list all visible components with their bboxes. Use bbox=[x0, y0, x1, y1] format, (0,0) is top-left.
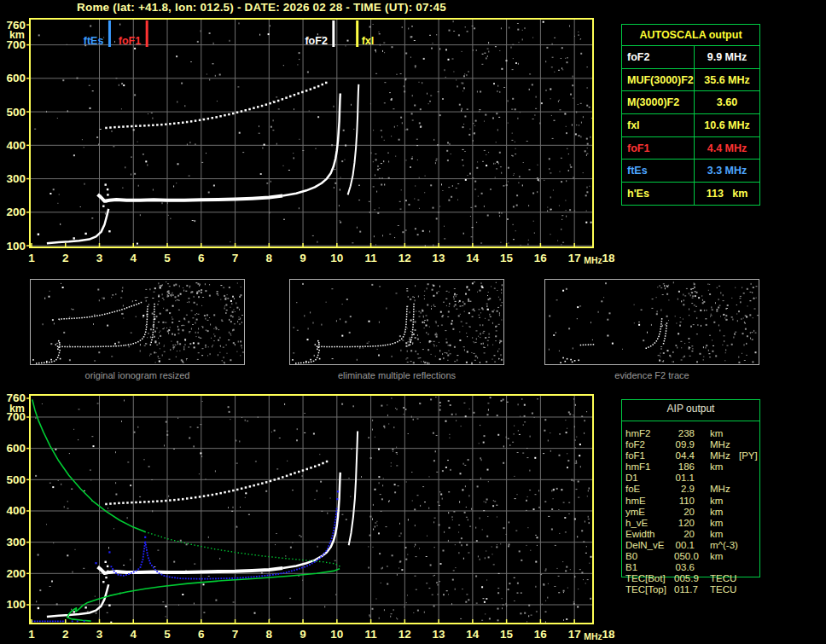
svg-text:13: 13 bbox=[433, 252, 446, 264]
param-value: 9.9 MHz bbox=[694, 46, 759, 68]
thumbnail-plot bbox=[545, 280, 759, 364]
svg-text:12: 12 bbox=[398, 628, 411, 641]
param-value: 005.9 bbox=[674, 573, 695, 584]
param-value: 4.4 MHz bbox=[694, 137, 759, 160]
svg-text:200: 200 bbox=[6, 567, 26, 580]
svg-text:9: 9 bbox=[300, 252, 306, 264]
table-row: M(3000)F2 3.60 bbox=[622, 90, 759, 113]
svg-text:18: 18 bbox=[602, 628, 615, 641]
param-note bbox=[739, 439, 775, 450]
svg-text:14: 14 bbox=[466, 628, 480, 641]
param-label: hmE bbox=[625, 496, 674, 507]
svg-text:ftEs: ftEs bbox=[84, 35, 104, 47]
svg-text:MHz: MHz bbox=[584, 255, 602, 265]
svg-text:300: 300 bbox=[6, 536, 26, 548]
param-note bbox=[739, 562, 775, 573]
param-value: 3.60 bbox=[694, 91, 759, 113]
param-note: [PY] bbox=[739, 450, 775, 461]
svg-text:5: 5 bbox=[164, 252, 171, 264]
svg-text:1: 1 bbox=[28, 628, 35, 641]
param-label: MUF(3000)F2 bbox=[622, 69, 694, 91]
param-unit bbox=[695, 473, 739, 484]
svg-text:6: 6 bbox=[198, 628, 205, 641]
param-label: hmF2 bbox=[625, 428, 674, 439]
svg-text:17: 17 bbox=[568, 252, 581, 264]
param-unit: km bbox=[695, 518, 739, 529]
table-row: foF1 4.4 MHz bbox=[622, 136, 759, 160]
table-row: h'Es 113 km bbox=[622, 182, 759, 205]
thumbnail-plot bbox=[290, 280, 503, 364]
param-label: ymE bbox=[625, 507, 674, 518]
table-row: B103.6 bbox=[625, 562, 775, 573]
svg-text:foF2: foF2 bbox=[305, 35, 327, 47]
param-label: Ewidth bbox=[625, 529, 674, 540]
param-value: 2.9 bbox=[674, 484, 695, 495]
param-unit: km bbox=[695, 461, 739, 473]
svg-text:2: 2 bbox=[62, 252, 69, 264]
svg-text:11: 11 bbox=[364, 628, 377, 641]
svg-text:11: 11 bbox=[364, 252, 377, 264]
param-unit: TECU bbox=[695, 584, 739, 595]
param-label: M(3000)F2 bbox=[622, 91, 694, 113]
param-label: hmF1 bbox=[625, 461, 674, 473]
param-unit: km bbox=[695, 529, 739, 540]
param-unit: TECU bbox=[695, 573, 739, 584]
table-row: ftEs 3.3 MHz bbox=[622, 159, 759, 182]
param-label: foE bbox=[625, 484, 674, 495]
param-note bbox=[739, 496, 775, 507]
param-label: B0 bbox=[625, 551, 674, 562]
svg-text:8: 8 bbox=[266, 628, 273, 641]
svg-text:10: 10 bbox=[330, 628, 343, 641]
param-note bbox=[739, 507, 775, 518]
svg-text:18: 18 bbox=[602, 252, 615, 264]
svg-text:km: km bbox=[9, 403, 25, 415]
param-unit: MHz bbox=[695, 484, 739, 495]
aip-header-divider bbox=[622, 421, 759, 421]
param-unit: km bbox=[695, 507, 739, 518]
param-value: 050.0 bbox=[674, 551, 695, 562]
param-label: D1 bbox=[625, 473, 674, 484]
param-label: foF2 bbox=[622, 46, 694, 68]
param-value: 113 km bbox=[694, 183, 759, 205]
thumbnail-caption: evidence F2 trace bbox=[544, 370, 759, 380]
table-row: fxI 10.6 MHz bbox=[622, 113, 759, 136]
param-unit: km bbox=[695, 428, 739, 439]
table-row: hmE110km bbox=[625, 496, 775, 507]
param-unit bbox=[695, 562, 739, 573]
autoscala-table-title: AUTOSCALA output bbox=[622, 25, 759, 45]
svg-text:3: 3 bbox=[96, 252, 103, 264]
param-unit: MHz bbox=[695, 439, 739, 450]
svg-text:15: 15 bbox=[500, 628, 514, 641]
param-value: 20 bbox=[674, 507, 695, 518]
svg-text:14: 14 bbox=[466, 252, 480, 264]
svg-text:MHz: MHz bbox=[584, 631, 602, 641]
svg-text:7: 7 bbox=[232, 252, 239, 264]
svg-text:5: 5 bbox=[164, 628, 171, 641]
param-label: foF1 bbox=[625, 450, 674, 461]
svg-text:16: 16 bbox=[534, 252, 548, 264]
param-value: 120 bbox=[674, 518, 695, 529]
table-row: foF104.4MHz[PY] bbox=[625, 450, 775, 461]
svg-text:100: 100 bbox=[6, 598, 26, 611]
svg-text:200: 200 bbox=[6, 206, 26, 218]
aip-table-rows: hmF2238km foF209.9MHz foF104.4MHz[PY] hm… bbox=[625, 428, 775, 595]
param-note bbox=[739, 584, 775, 595]
thumbnail-caption: eliminate multiple reflections bbox=[289, 370, 504, 380]
param-value: 3.3 MHz bbox=[694, 160, 759, 182]
param-value: 04.4 bbox=[674, 450, 695, 461]
param-value: 00.1 bbox=[674, 540, 695, 551]
svg-text:500: 500 bbox=[6, 106, 26, 119]
param-value: 20 bbox=[674, 529, 695, 540]
param-note bbox=[739, 428, 775, 439]
param-label: TEC[Top] bbox=[625, 584, 674, 595]
table-row: hmF2238km bbox=[625, 428, 775, 439]
autoscala-output-table: AUTOSCALA output foF2 9.9 MHz MUF(3000)F… bbox=[621, 24, 760, 206]
table-row: B0050.0km bbox=[625, 551, 775, 562]
param-value: 011.7 bbox=[674, 584, 695, 595]
table-row: DelN_vE00.1m^(-3) bbox=[625, 540, 775, 551]
autoscala-ionogram-plot: 1234567891011121314151617187607006005004… bbox=[0, 14, 623, 270]
svg-text:13: 13 bbox=[433, 628, 446, 641]
param-label: fxI bbox=[622, 114, 694, 136]
param-value: 110 bbox=[674, 496, 695, 507]
svg-text:8: 8 bbox=[266, 252, 273, 264]
